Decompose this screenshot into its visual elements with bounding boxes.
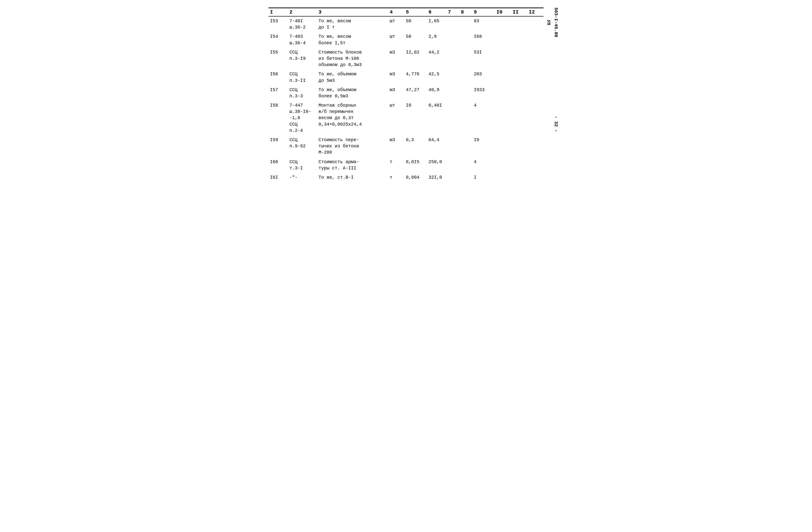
cell-code: 7-40I ш.36-2 (288, 16, 317, 32)
header-col11: II (511, 8, 527, 16)
cell-col11 (511, 157, 527, 173)
cell-col6: I,65 (427, 16, 447, 32)
cell-col9: 53I (472, 48, 495, 70)
cell-col12 (527, 85, 543, 101)
cell-col5: 0,004 (405, 173, 427, 182)
cell-col12 (527, 135, 543, 157)
cell-col9: I9 (472, 135, 495, 157)
cell-col8 (459, 70, 472, 85)
cell-col6: 32I,0 (427, 173, 447, 182)
cell-col10 (495, 157, 511, 173)
cell-col5: 0,0I5 (405, 157, 427, 173)
page-container: 503-I-45.86 УП - 32 - I 2 3 4 5 6 7 8 9 … (269, 8, 543, 182)
cell-col10 (495, 32, 511, 47)
cell-unit: шт (388, 101, 405, 135)
cell-code: ССЦ п.3-3 (288, 85, 317, 101)
main-table: I 2 3 4 5 6 7 8 9 I0 II I2 I537-40I ш.36… (269, 8, 543, 182)
header-col9: 9 (472, 8, 495, 16)
cell-col7 (447, 157, 460, 173)
header-col5: 5 (405, 8, 427, 16)
table-row: I587-447 ш.38-I0- -1,8 ССЦ п.2-4Монтаж с… (269, 101, 543, 135)
cell-col8 (459, 16, 472, 32)
cell-col11 (511, 16, 527, 32)
cell-code: ССЦ п.9-92 (288, 135, 317, 157)
cell-unit: т (388, 173, 405, 182)
cell-desc: То же, ст.В-I (317, 173, 388, 182)
cell-unit: м3 (388, 85, 405, 101)
table-body: I537-40I ш.36-2То же, весом до I тшт50I,… (269, 16, 543, 182)
table-row: I547-403 ш.36-4То же, весом более I,5тшт… (269, 32, 543, 47)
cell-id: I55 (269, 48, 288, 70)
cell-col11 (511, 173, 527, 182)
cell-col12 (527, 173, 543, 182)
cell-id: I53 (269, 16, 288, 32)
cell-col8 (459, 32, 472, 47)
header-col3: 3 (317, 8, 388, 16)
cell-code: ССЦ п.3-I9 (288, 48, 317, 70)
cell-col7 (447, 32, 460, 47)
side-code: 503-I-45.86 (553, 8, 559, 37)
cell-col11 (511, 101, 527, 135)
table-row: I57ССЦ п.3-3То же, объемом более 0,5м3м3… (269, 85, 543, 101)
cell-unit: т (388, 157, 405, 173)
cell-desc: Стоимость пере- тычек из бетона М-200 (317, 135, 388, 157)
cell-col9: 83 (472, 16, 495, 32)
cell-col9: 203 (472, 70, 495, 85)
cell-code: ССЦ т.3-I (288, 157, 317, 173)
cell-col6: 40,9 (427, 85, 447, 101)
cell-col6: 42,5 (427, 70, 447, 85)
cell-unit: шт (388, 32, 405, 47)
cell-col11 (511, 135, 527, 157)
cell-desc: Стоимость блоков из бетона М-100 объемом… (317, 48, 388, 70)
cell-col8 (459, 157, 472, 173)
cell-code: 7-447 ш.38-I0- -1,8 ССЦ п.2-4 (288, 101, 317, 135)
cell-col6: 2,9 (427, 32, 447, 47)
cell-col5: I0 (405, 101, 427, 135)
cell-id: I59 (269, 135, 288, 157)
cell-col12 (527, 48, 543, 70)
header-col10: I0 (495, 8, 511, 16)
cell-id: I58 (269, 101, 288, 135)
cell-col8 (459, 173, 472, 182)
cell-col11 (511, 32, 527, 47)
header-col7: 7 (447, 8, 460, 16)
cell-col7 (447, 135, 460, 157)
cell-col11 (511, 48, 527, 70)
cell-id: I57 (269, 85, 288, 101)
cell-col11 (511, 70, 527, 85)
cell-col9: 4 (472, 101, 495, 135)
cell-desc: Стоимость арма- туры ст. А-III (317, 157, 388, 173)
cell-col5: 50 (405, 16, 427, 32)
cell-col5: 47,27 (405, 85, 427, 101)
header-col8: 8 (459, 8, 472, 16)
cell-col9: I933 (472, 85, 495, 101)
table-row: I6I-"-То же, ст.В-Iт0,00432I,0I (269, 173, 543, 182)
table-row: I56ССЦ п.3-IIТо же, объемом до 5м3м34,77… (269, 70, 543, 85)
cell-code: ССЦ п.3-II (288, 70, 317, 85)
cell-id: I60 (269, 157, 288, 173)
cell-col8 (459, 48, 472, 70)
cell-col9: I (472, 173, 495, 182)
cell-col6: 250,0 (427, 157, 447, 173)
cell-col5: 4,776 (405, 70, 427, 85)
header-col2: 2 (288, 8, 317, 16)
side-text: 503-I-45.86 УП (546, 8, 559, 37)
cell-id: I54 (269, 32, 288, 47)
cell-col12 (527, 32, 543, 47)
header-col6: 6 (427, 8, 447, 16)
cell-col8 (459, 135, 472, 157)
cell-code: 7-403 ш.36-4 (288, 32, 317, 47)
cell-col6: 0,40I (427, 101, 447, 135)
cell-desc: То же, весом до I т (317, 16, 388, 32)
cell-col10 (495, 135, 511, 157)
cell-col7 (447, 173, 460, 182)
cell-col7 (447, 101, 460, 135)
cell-col12 (527, 16, 543, 32)
table-row: I55ССЦ п.3-I9Стоимость блоков из бетона … (269, 48, 543, 70)
cell-col11 (511, 85, 527, 101)
table-row: I60ССЦ т.3-IСтоимость арма- туры ст. А-I… (269, 157, 543, 173)
header-col4: 4 (388, 8, 405, 16)
cell-unit: м3 (388, 70, 405, 85)
cell-col9: I68 (472, 32, 495, 47)
cell-col12 (527, 70, 543, 85)
